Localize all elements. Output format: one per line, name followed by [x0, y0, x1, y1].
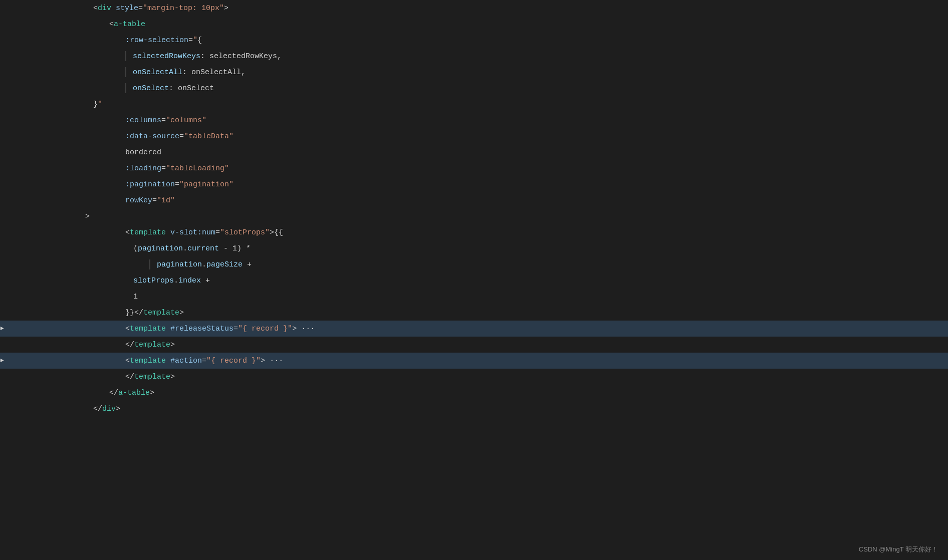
code-line-21: ► <template #releaseStatus="{ record }">… [0, 321, 948, 337]
line-content-5: onSelectAll: onSelectAll, [29, 67, 246, 77]
code-line-15: <template v-slot:num="slotProps">{{ [0, 224, 948, 240]
line-content-6: onSelect: onSelect [29, 83, 214, 93]
code-line-2: <a-table [0, 16, 948, 32]
code-line-16: (pagination.current - 1) * [0, 240, 948, 256]
line-content-11: :loading="tableLoading" [29, 164, 229, 173]
line-indicator-7 [0, 96, 4, 112]
line-body-1: <div style="margin-top: 10px"> [4, 0, 948, 16]
line-content-19: 1 [29, 293, 138, 301]
code-line-8: :columns="columns" [0, 112, 948, 128]
code-line-6: onSelect: onSelect [0, 80, 948, 96]
line-indicator-24 [0, 369, 4, 385]
line-body-12: :pagination="pagination" [4, 176, 948, 192]
line-content-13: rowKey="id" [29, 196, 175, 205]
line-body-19: 1 [4, 289, 948, 305]
line-indicator-20 [0, 305, 4, 321]
line-indicator-8 [0, 112, 4, 128]
line-indicator-18 [0, 272, 4, 289]
code-line-25: </a-table> [0, 385, 948, 401]
line-indicator-25 [0, 385, 4, 401]
code-line-19: 1 [0, 289, 948, 305]
line-content-2: <a-table [29, 20, 145, 29]
arrow-icon-23: ► [0, 357, 4, 364]
line-body-21: <template #releaseStatus="{ record }"> ·… [4, 321, 948, 337]
line-indicator-14 [0, 208, 4, 224]
line-body-5: onSelectAll: onSelectAll, [4, 64, 948, 80]
line-body-18: slotProps.index + [4, 272, 948, 289]
line-indicator-15 [0, 224, 4, 240]
line-indicator-11 [0, 160, 4, 176]
line-indicator-19 [0, 289, 4, 305]
code-line-22: </template> [0, 337, 948, 353]
line-indicator-5 [0, 64, 4, 80]
code-line-10: bordered [0, 144, 948, 160]
code-line-3: :row-selection="{ [0, 32, 948, 48]
code-line-23: ► <template #action="{ record }"> ··· [0, 353, 948, 369]
line-indicator-9 [0, 128, 4, 144]
line-body-14: > [4, 208, 948, 224]
line-body-9: :data-source="tableData" [4, 128, 948, 144]
line-body-23: <template #action="{ record }"> ··· [4, 353, 948, 369]
code-line-18: slotProps.index + [0, 272, 948, 289]
line-indicator-1 [0, 0, 4, 16]
code-line-5: onSelectAll: onSelectAll, [0, 64, 948, 80]
line-body-2: <a-table [4, 16, 948, 32]
line-body-3: :row-selection="{ [4, 32, 948, 48]
line-content-9: :data-source="tableData" [29, 132, 233, 141]
code-line-4: selectedRowKeys: selectedRowKeys, [0, 48, 948, 64]
line-content-24: </template> [29, 373, 175, 381]
line-body-15: <template v-slot:num="slotProps">{{ [4, 224, 948, 240]
line-content-20: }}</template> [29, 309, 184, 317]
line-content-12: :pagination="pagination" [29, 180, 233, 189]
line-indicator-10 [0, 144, 4, 160]
editor-container: <div style="margin-top: 10px"> <a-table … [0, 0, 948, 560]
code-line-14: > [0, 208, 948, 224]
code-line-24: </template> [0, 369, 948, 385]
line-content-4: selectedRowKeys: selectedRowKeys, [29, 51, 282, 61]
line-indicator-12 [0, 176, 4, 192]
line-content-17: pagination.pageSize + [29, 259, 252, 269]
line-content-1: <div style="margin-top: 10px"> [29, 4, 228, 13]
line-indicator-16 [0, 240, 4, 256]
line-content-8: :columns="columns" [29, 116, 206, 125]
line-indicator-22 [0, 337, 4, 353]
line-body-26: </div> [4, 401, 948, 417]
line-body-20: }}</template> [4, 305, 948, 321]
line-content-23: <template #action="{ record }"> ··· [29, 357, 283, 365]
line-body-24: </template> [4, 369, 948, 385]
line-indicator-13 [0, 192, 4, 208]
line-indicator-2 [0, 16, 4, 32]
line-content-15: <template v-slot:num="slotProps">{{ [29, 228, 283, 237]
code-area: <div style="margin-top: 10px"> <a-table … [0, 0, 948, 560]
line-body-17: pagination.pageSize + [4, 256, 948, 272]
line-content-25: </a-table> [29, 389, 154, 397]
code-line-7: }" [0, 96, 948, 112]
line-body-8: :columns="columns" [4, 112, 948, 128]
line-content-10: bordered [29, 148, 161, 157]
line-content-3: :row-selection="{ [29, 36, 202, 45]
line-body-7: }" [4, 96, 948, 112]
line-body-13: rowKey="id" [4, 192, 948, 208]
line-content-18: slotProps.index + [29, 276, 210, 285]
line-body-10: bordered [4, 144, 948, 160]
code-line-11: :loading="tableLoading" [0, 160, 948, 176]
line-indicator-6 [0, 80, 4, 96]
line-indicator-23: ► [0, 353, 4, 369]
code-line-9: :data-source="tableData" [0, 128, 948, 144]
line-content-7: }" [29, 100, 102, 109]
line-content-21: <template #releaseStatus="{ record }"> ·… [29, 325, 315, 333]
code-line-13: rowKey="id" [0, 192, 948, 208]
code-line-26: </div> [0, 401, 948, 417]
line-body-6: onSelect: onSelect [4, 80, 948, 96]
arrow-icon-21: ► [0, 325, 4, 332]
line-content-16: (pagination.current - 1) * [29, 244, 251, 253]
line-indicator-4 [0, 48, 4, 64]
code-line-1: <div style="margin-top: 10px"> [0, 0, 948, 16]
line-indicator-26 [0, 401, 4, 417]
line-indicator-17 [0, 256, 4, 272]
code-line-12: :pagination="pagination" [0, 176, 948, 192]
line-indicator-3 [0, 32, 4, 48]
line-indicator-21: ► [0, 321, 4, 337]
line-body-4: selectedRowKeys: selectedRowKeys, [4, 48, 948, 64]
line-content-14: > [29, 212, 90, 221]
